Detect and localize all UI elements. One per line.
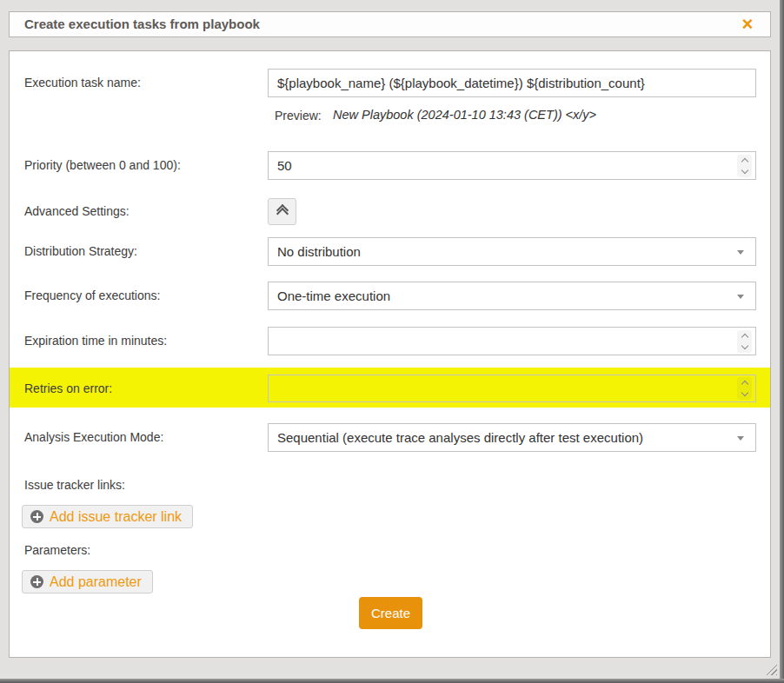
preview-value: New Playbook (2024-01-10 13:43 (CET)) <x… [333, 108, 596, 122]
retries-on-error-field [268, 375, 756, 402]
expiration-time-label: Expiration time in minutes: [24, 334, 167, 348]
priority-field [268, 151, 756, 180]
dropdown-arrow-icon [737, 250, 744, 255]
frequency-of-executions-label: Frequency of executions: [24, 288, 160, 302]
advanced-settings-toggle-button[interactable] [268, 198, 296, 225]
chevron-down-icon [741, 166, 747, 173]
priority-input[interactable] [269, 152, 729, 179]
priority-label: Priority (between 0 and 100): [24, 158, 181, 172]
resize-grip-icon[interactable] [762, 660, 777, 675]
distribution-strategy-value: No distribution [277, 238, 361, 265]
execution-task-name-field [268, 69, 756, 97]
dropdown-arrow-icon [737, 295, 744, 299]
analysis-execution-mode-select[interactable]: Sequential (execute trace analyses direc… [268, 423, 756, 452]
plus-circle-icon [30, 510, 43, 523]
add-issue-tracker-link-button[interactable]: Add issue tracker link [22, 505, 193, 528]
add-issue-tracker-link-label: Add issue tracker link [50, 509, 182, 525]
parameters-label: Parameters: [24, 543, 90, 557]
execution-task-name-input[interactable] [269, 70, 733, 96]
expiration-time-spinner-icon[interactable] [737, 330, 752, 353]
chevron-down-icon [741, 342, 747, 348]
expiration-time-input[interactable] [269, 328, 729, 355]
add-parameter-button[interactable]: Add parameter [22, 570, 153, 593]
create-button[interactable]: Create [359, 597, 422, 629]
window-right-edge [780, 0, 784, 683]
retries-on-error-spinner-icon[interactable] [737, 377, 752, 400]
issue-tracker-links-label: Issue tracker links: [24, 478, 125, 492]
priority-spinner-icon[interactable] [737, 155, 752, 177]
analysis-execution-mode-label: Analysis Execution Mode: [24, 430, 163, 444]
frequency-of-executions-select[interactable]: One-time execution [268, 282, 756, 310]
preview-label: Preview: [275, 109, 322, 123]
close-icon[interactable]: × [737, 11, 758, 36]
chevron-down-icon [741, 389, 747, 396]
chevron-up-icon [741, 333, 747, 340]
dropdown-arrow-icon [737, 436, 744, 441]
add-parameter-label: Add parameter [50, 574, 142, 590]
dialog-window: Create execution tasks from playbook × E… [0, 0, 784, 683]
chevron-up-icon [741, 381, 747, 388]
analysis-execution-mode-value: Sequential (execute trace analyses direc… [277, 424, 643, 451]
frequency-of-executions-value: One-time execution [277, 282, 390, 309]
chevron-up-icon [741, 157, 747, 164]
plus-circle-icon [30, 575, 43, 588]
expiration-time-field [268, 327, 756, 355]
distribution-strategy-label: Distribution Strategy: [24, 244, 137, 258]
dialog-title: Create execution tasks from playbook [24, 12, 260, 36]
window-bottom-edge [0, 679, 784, 683]
advanced-settings-label: Advanced Settings: [24, 204, 130, 218]
dialog-titlebar: Create execution tasks from playbook × [9, 11, 771, 37]
distribution-strategy-select[interactable]: No distribution [268, 237, 756, 266]
retries-on-error-label: Retries on error: [24, 381, 112, 395]
retries-on-error-input[interactable] [269, 375, 729, 401]
execution-task-name-label: Execution task name: [24, 76, 141, 90]
dialog-content: Execution task name: Preview: New Playbo… [9, 50, 771, 658]
